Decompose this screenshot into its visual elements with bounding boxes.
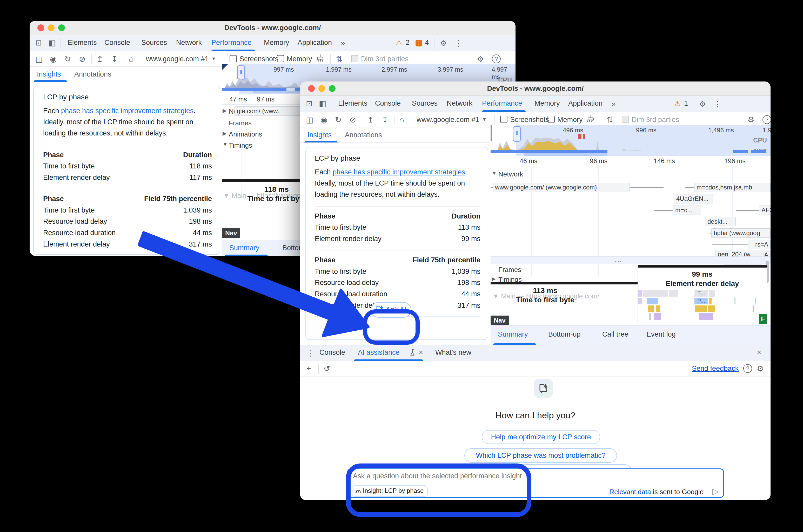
annotation-arrow [0,0,803,532]
